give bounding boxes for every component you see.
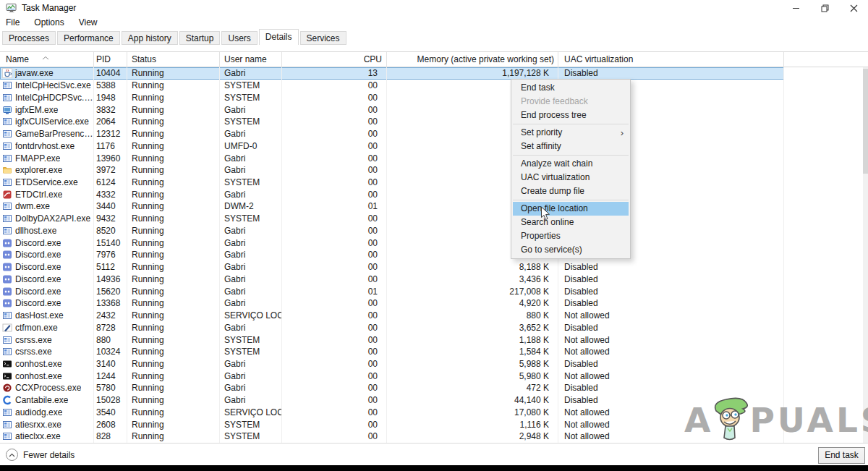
process-row-intelcphdcpsvc-exe-1948[interactable]: IntelCpHDCPSvc.exe1948RunningSYSTEM00 [0, 91, 784, 103]
column-header-pid[interactable]: PID [94, 52, 127, 67]
menu-view[interactable]: View [75, 17, 102, 28]
tab-startup[interactable]: Startup [179, 31, 221, 45]
cell-status: Running [127, 91, 220, 103]
process-row-discord-exe-15620[interactable]: Discord.exe15620RunningGabri01217,008 KD… [0, 285, 784, 297]
cell-uac: Disabled [558, 358, 784, 370]
generic-icon [2, 213, 12, 224]
column-header-uac[interactable]: UAC virtualization [558, 52, 784, 67]
process-row-conhost-exe-3140[interactable]: conhost.exe3140RunningGabri005,988 KDisa… [0, 358, 784, 370]
cell-cpu: 00 [282, 430, 387, 443]
column-header-name[interactable]: Name [0, 52, 94, 67]
process-name: igfxEM.exe [15, 105, 58, 115]
tab-strip: ProcessesPerformanceApp historyStartupUs… [0, 29, 868, 45]
context-menu-item-open-file-location[interactable]: Open file location [513, 202, 629, 216]
process-row-explorer-exe-3972[interactable]: explorer.exe3972RunningGabri00 [0, 164, 784, 177]
cell-uac: Not allowed [558, 407, 784, 419]
process-name: Discord.exe [15, 238, 61, 248]
process-row-atiesrxx-exe-2608[interactable]: atiesrxx.exe2608RunningSYSTEM001,116 KNo… [0, 418, 784, 430]
vertical-scrollbar[interactable] [863, 67, 868, 443]
process-row-igfxcuiservice-exe-2064[interactable]: igfxCUIService.exe2064RunningSYSTEM00 [0, 116, 784, 128]
process-row-fmapp-exe-13960[interactable]: FMAPP.exe13960RunningGabri00 [0, 152, 784, 164]
cell-pid: 5112 [94, 261, 127, 273]
process-row-cantabile-exe-15028[interactable]: Cantabile.exe15028RunningGabri0044,140 K… [0, 394, 784, 407]
cell-name: csrss.exe [0, 334, 94, 346]
process-name: ctfmon.exe [15, 323, 58, 333]
menu-file[interactable]: File [6, 17, 24, 28]
cell-status: Running [127, 370, 220, 382]
cell-pid: 14936 [94, 273, 127, 285]
minimize-button[interactable] [781, 0, 810, 16]
process-row-csrss-exe-880[interactable]: csrss.exe880RunningSYSTEM001,188 KNot al… [0, 334, 784, 346]
process-row-javaw-exe-10404[interactable]: javaw.exe10404RunningGabri131,197,128 KD… [0, 67, 784, 80]
context-menu-item-uac-virtualization[interactable]: UAC virtualization [513, 171, 629, 184]
process-name: audiodg.exe [15, 407, 62, 417]
column-header-cpu[interactable]: CPU [282, 52, 387, 67]
process-row-fontdrvhost-exe-1176[interactable]: fontdrvhost.exe1176RunningUMFD-000 [0, 140, 784, 152]
context-menu-item-create-dump-file[interactable]: Create dump file [513, 184, 629, 198]
tab-app-history[interactable]: App history [122, 31, 178, 45]
process-name: Discord.exe [15, 250, 61, 260]
cell-name: GameBarPresenceWr... [0, 128, 94, 140]
cell-uac: Disabled [558, 285, 784, 297]
context-menu-item-end-process-tree[interactable]: End process tree [513, 109, 629, 122]
end-task-button[interactable]: End task [818, 447, 865, 464]
generic-icon [2, 407, 12, 417]
process-row-dwm-exe-3440[interactable]: dwm.exe3440RunningDWM-201 [0, 200, 784, 213]
process-row-atieclxx-exe-828[interactable]: atieclxx.exe828RunningSYSTEM002,948 KNot… [0, 430, 784, 443]
process-row-intelcphecisvc-exe-5388[interactable]: IntelCpHeciSvc.exe5388RunningSYSTEM00 [0, 80, 784, 92]
menu-options[interactable]: Options [30, 17, 68, 28]
process-row-discord-exe-7976[interactable]: Discord.exe7976RunningGabri00 [0, 249, 784, 261]
process-row-discord-exe-15140[interactable]: Discord.exe15140RunningGabri00 [0, 237, 784, 249]
generic-icon [2, 177, 12, 187]
process-row-discord-exe-5112[interactable]: Discord.exe5112RunningGabri008,188 KDisa… [0, 261, 784, 273]
process-row-gamebarpresencewr--12312[interactable]: GameBarPresenceWr...12312RunningGabri00 [0, 128, 784, 140]
process-name: IntelCpHDCPSvc.exe [15, 93, 93, 103]
tab-details[interactable]: Details [259, 29, 299, 45]
process-row-ccxprocess-exe-5780[interactable]: CCXProcess.exe5780RunningGabri00472 KDis… [0, 382, 784, 394]
process-row-etdservice-exe-6124[interactable]: ETDService.exe6124RunningSYSTEM00 [0, 177, 784, 189]
cell-name: CCXProcess.exe [0, 382, 94, 394]
close-button[interactable] [839, 0, 868, 16]
process-row-etdctrl-exe-4332[interactable]: ETDCtrl.exe4332RunningGabri00 [0, 188, 784, 200]
tab-services[interactable]: Services [300, 31, 346, 45]
cell-status: Running [127, 225, 220, 237]
column-header-user[interactable]: User name [220, 52, 282, 67]
process-row-dolbydax2api-exe-9432[interactable]: DolbyDAX2API.exe9432RunningSYSTEM00 [0, 213, 784, 225]
cell-cpu: 00 [282, 91, 387, 103]
cell-memory: 2,948 K [387, 430, 558, 443]
cell-cpu: 01 [282, 200, 387, 213]
process-row-dashost-exe-2432[interactable]: dasHost.exe2432RunningSERVIÇO LOCAL00880… [0, 310, 784, 322]
column-header-status[interactable]: Status [127, 52, 220, 67]
tab-users[interactable]: Users [221, 31, 257, 45]
process-row-discord-exe-14936[interactable]: Discord.exe14936RunningGabri003,436 KDis… [0, 273, 784, 285]
process-row-discord-exe-13368[interactable]: Discord.exe13368RunningGabri004,920 KDis… [0, 297, 784, 310]
process-row-csrss-exe-10324[interactable]: csrss.exe10324RunningSYSTEM001,584 KNot … [0, 346, 784, 358]
cell-uac: Not allowed [558, 310, 784, 322]
cell-status: Running [127, 321, 220, 334]
context-menu-item-set-affinity[interactable]: Set affinity [513, 140, 629, 153]
process-row-dllhost-exe-8520[interactable]: dllhost.exe8520RunningGabri00 [0, 225, 784, 237]
context-menu-item-set-priority[interactable]: Set priority› [513, 126, 629, 140]
window-title: Task Manager [22, 3, 76, 13]
cell-name: DolbyDAX2API.exe [0, 213, 94, 225]
fewer-details-label: Fewer details [23, 450, 75, 460]
process-row-igfxem-exe-3832[interactable]: igfxEM.exe3832RunningGabri00 [0, 103, 784, 116]
restore-button[interactable] [810, 0, 839, 16]
context-menu-item-properties[interactable]: Properties [513, 229, 629, 243]
column-header-memory[interactable]: Memory (active private working set) [387, 52, 558, 67]
context-menu-item-search-online[interactable]: Search online [513, 216, 629, 229]
scrollbar-thumb[interactable] [863, 69, 868, 174]
menu-separator [513, 200, 629, 200]
process-row-conhost-exe-1244[interactable]: conhost.exe1244RunningGabri005,980 KNot … [0, 370, 784, 382]
fewer-details-toggle[interactable]: Fewer details [6, 449, 75, 461]
process-row-audiodg-exe-3540[interactable]: audiodg.exe3540RunningSERVIÇO LOCAL0017,… [0, 407, 784, 419]
tab-performance[interactable]: Performance [57, 31, 120, 45]
tab-processes[interactable]: Processes [2, 31, 56, 45]
cantabile-icon [2, 395, 12, 405]
process-row-ctfmon-exe-8728[interactable]: ctfmon.exe8728RunningGabri003,652 KDisab… [0, 321, 784, 334]
cell-name: dwm.exe [0, 200, 94, 213]
context-menu-item-go-to-service-s-[interactable]: Go to service(s) [513, 243, 629, 257]
context-menu-item-analyze-wait-chain[interactable]: Analyze wait chain [513, 157, 629, 171]
context-menu: End taskProvide feedbackEnd process tree… [511, 79, 631, 259]
context-menu-item-end-task[interactable]: End task [513, 81, 629, 95]
